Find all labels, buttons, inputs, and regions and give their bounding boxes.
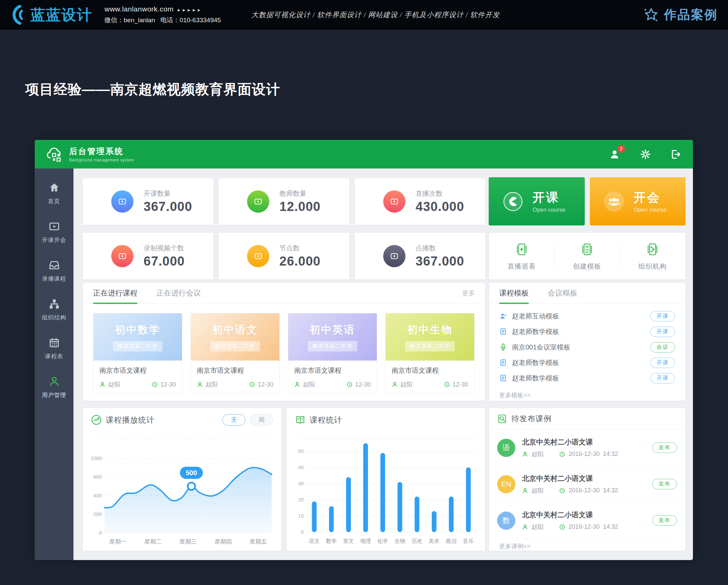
org-chart-icon	[49, 298, 60, 310]
person-icon	[392, 381, 398, 388]
dashboard-main: 开课数量367.000 教师数量12.000 直播次数430.000 录制视频个…	[74, 168, 693, 560]
stat-card-nodes: 节点数26.000	[218, 233, 349, 280]
pending-lesson-row: 数 北京中关村二小语文课 赵阳 2016-12-30 14:32 发布	[497, 502, 677, 539]
lesson-time: 14:32	[603, 487, 618, 494]
tab-ongoing-meetings[interactable]: 正在进行会议	[156, 283, 201, 303]
publish-button[interactable]: 发布	[652, 443, 677, 453]
stat-label: 节点数	[279, 244, 320, 253]
stat-card-vod: 点播数367.000	[355, 233, 486, 280]
svg-text:生物: 生物	[394, 538, 405, 544]
svg-text:美术: 美术	[429, 538, 440, 544]
video-stat-icon	[111, 245, 133, 267]
phone-info: 电话：010-63334945	[160, 17, 221, 24]
stat-label: 开课数量	[144, 189, 192, 198]
sidebar-label: 录播课程	[42, 275, 67, 283]
website-link[interactable]: www.lanlanwork.com	[104, 5, 174, 13]
more-lessons-link[interactable]: 更多课例>>	[489, 539, 685, 556]
sidebar-item-recorded-courses[interactable]: 录播课程	[35, 260, 74, 283]
lesson-time: 14:32	[603, 451, 618, 458]
sidebar-item-home[interactable]: 首页	[35, 182, 74, 205]
sidebar-label: 首页	[48, 197, 60, 205]
live-patrol-button[interactable]: 直播巡看	[489, 242, 554, 271]
sidebar-item-user-management[interactable]: 用户管理	[35, 376, 74, 399]
stat-label: 录制视频个数	[144, 244, 185, 253]
tab-course-templates[interactable]: 课程模板	[499, 283, 529, 303]
start-course-button[interactable]: 开课	[650, 326, 675, 337]
toggle-day[interactable]: 天	[223, 414, 245, 426]
portfolio-link[interactable]: 作品案例	[642, 6, 718, 24]
course-school-badge: 南京市第二中学	[405, 341, 455, 351]
person-icon	[522, 524, 528, 530]
start-meeting-button[interactable]: 会议	[650, 342, 675, 352]
create-template-icon	[579, 242, 595, 257]
settings-button[interactable]	[640, 149, 651, 160]
course-card-math[interactable]: 初中数学 南京市第二中学 南京市语文课程 赵阳 12-30	[93, 313, 182, 394]
template-name: 南京001会议室模板	[512, 343, 570, 352]
course-card-english[interactable]: 初中英语 南京市第二中学 南京市语文课程 赵阳 12-30	[288, 313, 377, 394]
stat-label: 教师数量	[279, 189, 320, 198]
clock-icon	[346, 381, 353, 388]
publish-button[interactable]: 发布	[652, 479, 677, 489]
course-name: 南京市语文课程	[197, 366, 273, 375]
publish-button[interactable]: 发布	[652, 515, 677, 526]
more-templates-link[interactable]: 更多模板>>	[489, 386, 685, 405]
svg-text:500: 500	[186, 469, 197, 477]
course-card-chinese[interactable]: 初中语文 南京市第二中学 南京市语文课程 赵阳 12-30	[190, 313, 280, 394]
sidebar-item-courses-meetings[interactable]: 开课开会	[35, 221, 74, 244]
quick-actions-card: 直播巡看 创建模板 组织机构	[489, 233, 685, 280]
panel-title: 待发布课例	[511, 414, 552, 424]
sidebar-item-org-structure[interactable]: 组织结构	[35, 298, 74, 321]
document-icon	[499, 374, 507, 382]
stat-card-teachers: 教师数量12.000	[218, 178, 349, 225]
course-school-badge: 南京市第二中学	[113, 341, 162, 351]
organization-icon	[645, 242, 660, 257]
template-name: 赵老师互动模板	[512, 312, 559, 321]
lesson-name: 北京中关村二小语文课	[522, 474, 618, 483]
course-card-biology[interactable]: 初中生物 南京市第二中学 南京市语文课程 赵阳 12-30	[385, 313, 474, 394]
app-title: 后台管理系统	[69, 146, 134, 157]
course-school-badge: 南京市第二中学	[308, 341, 357, 351]
stat-card-open-courses: 开课数量367.000	[83, 178, 214, 225]
tab-meeting-templates[interactable]: 会议模板	[548, 283, 577, 303]
lesson-time: 14:32	[603, 523, 618, 530]
person-icon	[197, 381, 203, 388]
more-link[interactable]: 更多	[462, 289, 475, 297]
tab-ongoing-courses[interactable]: 正在进行课程	[93, 283, 137, 303]
quick-action-label: 创建模板	[573, 262, 601, 271]
start-course-button[interactable]: 开课	[650, 311, 675, 321]
user-account-button[interactable]: 7	[609, 149, 621, 160]
open-meeting-button[interactable]: 开会Open course	[590, 177, 685, 225]
person-icon	[522, 487, 528, 494]
start-course-button[interactable]: 开课	[650, 357, 675, 368]
book-icon	[295, 415, 306, 425]
template-name: 赵老师数学模板	[512, 327, 559, 336]
course-time: 12-30	[355, 381, 371, 388]
sidebar-label: 开课开会	[42, 236, 67, 244]
open-course-button[interactable]: 开课Open course	[489, 177, 585, 225]
organization-button[interactable]: 组织机构	[620, 242, 685, 271]
lesson-name: 北京中关村二小语文课	[522, 437, 618, 447]
template-row: 赵老师互动模板 开课	[499, 308, 675, 324]
home-icon	[49, 182, 60, 193]
svg-text:星期四: 星期四	[215, 538, 232, 545]
contact-block: www.lanlanwork.com►►►►► 微信：ben_lanlan 电话…	[104, 5, 221, 25]
svg-text:地理: 地理	[360, 538, 371, 544]
sidebar-label: 组织结构	[42, 314, 67, 321]
create-template-button[interactable]: 创建模板	[554, 242, 620, 271]
stat-label: 点播数	[416, 244, 464, 253]
course-play-stats-card: 课程播放统计 天 周 02004006001000星期一星期二星期三星期四星期五…	[83, 408, 281, 551]
toggle-week[interactable]: 周	[250, 414, 273, 426]
svg-text:政治: 政治	[446, 538, 457, 544]
start-course-button[interactable]: 开课	[650, 373, 675, 383]
site-logo[interactable]: 蓝蓝设计	[7, 4, 92, 25]
video-stat-icon	[111, 190, 133, 213]
person-icon	[99, 381, 105, 388]
video-icon	[49, 221, 60, 232]
stat-value: 67.000	[144, 254, 185, 269]
lanlan-logo-icon	[7, 4, 28, 25]
sidebar-item-timetable[interactable]: 课程表	[35, 337, 74, 360]
lesson-date: 2016-12-30	[569, 451, 600, 458]
logout-button[interactable]	[670, 149, 681, 160]
lesson-teacher: 赵阳	[531, 523, 544, 531]
course-teacher: 赵阳	[303, 380, 315, 389]
